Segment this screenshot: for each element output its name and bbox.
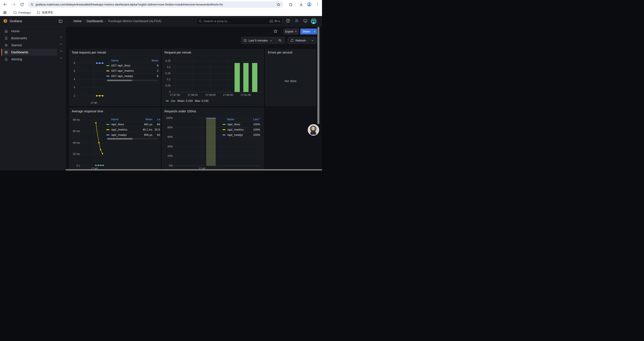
help-icon[interactable] <box>286 19 291 24</box>
forward-icon[interactable] <box>11 2 16 7</box>
series-name[interactable]: GET /api/_/livez <box>111 64 148 67</box>
series-swatch <box>106 76 110 77</box>
sidebar-item-dashboards[interactable]: Dashboards <box>1 49 57 56</box>
series-name[interactable]: 2xx <box>171 99 175 103</box>
legend-col-name[interactable]: Name <box>227 118 234 121</box>
panel-total-requests-per-minute[interactable]: Total requests per minute 6 5 4 3 2 17:4… <box>69 49 160 106</box>
share-menu-button[interactable] <box>312 29 317 35</box>
gridline <box>76 79 105 80</box>
sidebar-item-home[interactable]: Home <box>1 28 57 35</box>
url-text[interactable]: grafana.mathmast.com/d/deytv4rwavabkb/fr… <box>36 1 273 8</box>
legend-row[interactable]: /api/_/readyz 100% <box>221 132 261 137</box>
folder-icon <box>36 11 40 15</box>
sidebar-item-label: Alerting <box>11 58 22 61</box>
vertical-scrollbar[interactable] <box>318 27 319 124</box>
panel-title[interactable]: Request per minute <box>164 51 191 54</box>
y-tick: 20 ms <box>70 153 80 156</box>
legend-row[interactable]: GET /api/_/livez 6 <box>106 63 158 68</box>
chevron-down-icon[interactable] <box>60 43 62 46</box>
legend-scrollbar[interactable] <box>106 80 158 81</box>
y-tick: 0.15 <box>162 72 170 75</box>
legend-col-name[interactable]: Name <box>111 118 118 121</box>
scrollbar-thumb[interactable] <box>107 80 132 81</box>
refresh-icon[interactable] <box>290 39 294 42</box>
series-name[interactable]: GET /api/_/readyz <box>111 75 148 78</box>
extensions-icon[interactable] <box>288 2 293 7</box>
browser-menu-icon[interactable] <box>315 2 320 7</box>
refresh-interval-chevron-icon[interactable] <box>309 39 316 42</box>
chevron-down-icon <box>294 30 297 33</box>
sidebar-item-starred[interactable]: Starred <box>1 42 57 49</box>
sidebar-item-label: Bookmarks <box>11 37 27 40</box>
favorite-dashboard-star-icon[interactable] <box>273 29 278 33</box>
floating-assistant-avatar[interactable] <box>308 124 319 136</box>
legend-col-mean[interactable]: Mean <box>118 59 158 62</box>
legend-row[interactable]: /api/_/metrics 100% <box>221 127 261 132</box>
series-name[interactable]: /api/_/livez <box>227 123 250 126</box>
scrollbar-thumb[interactable] <box>107 138 132 140</box>
panel-request-per-minute[interactable]: Request per minute 0.25 0.2 0.15 0.1 0.0… <box>162 49 264 106</box>
series-name[interactable]: /api/_/metrics <box>111 128 140 131</box>
news-rss-icon[interactable] <box>294 19 300 24</box>
chevron-down-icon[interactable] <box>60 36 62 38</box>
bookmark-folder-freeleaps[interactable]: Freeleaps <box>13 10 31 15</box>
panel-title[interactable]: Errors per second <box>268 51 292 54</box>
series-name[interactable]: /api/_/readyz <box>111 133 140 137</box>
legend-row[interactable]: /api/_/readyz 605 µs 620 <box>106 132 160 137</box>
sidebar-item-alerting[interactable]: Alerting <box>1 56 57 63</box>
legend-col-last[interactable]: Last * <box>234 118 260 121</box>
breadcrumb-dashboards[interactable]: Dashboards <box>86 19 103 23</box>
user-avatar[interactable] <box>311 19 316 24</box>
legend-col-name[interactable]: Name <box>111 59 118 62</box>
panel-title[interactable]: Requests under 100ms <box>164 110 196 113</box>
y-tick: 0.1 <box>162 78 170 81</box>
address-bar[interactable]: grafana.mathmast.com/d/deytv4rwavabkb/fr… <box>28 1 283 8</box>
legend-row[interactable]: GET /api/_/metrics 2 <box>106 68 158 73</box>
x-tick: 17:40:00 <box>222 94 234 97</box>
series-mean: 6 <box>148 75 158 78</box>
reload-icon[interactable] <box>19 2 24 7</box>
search-input[interactable]: Search or jump to... ⌘+k <box>196 18 282 25</box>
panel-errors-per-second[interactable]: Errors per second No data <box>266 49 316 106</box>
legend-row[interactable]: /api/_/livez 661 µs 646 <box>106 122 160 127</box>
horizontal-scrollbar[interactable] <box>66 169 322 171</box>
series-name[interactable]: /api/_/metrics <box>227 128 250 131</box>
export-button[interactable]: Export <box>284 29 298 35</box>
legend-col-last[interactable]: Las <box>152 118 160 121</box>
legend-col-mean[interactable]: Mean <box>118 118 152 121</box>
series-name[interactable]: /api/_/readyz <box>227 133 250 137</box>
chevron-down-icon[interactable] <box>270 39 272 42</box>
series-name[interactable]: /api/_/livez <box>111 123 140 126</box>
breadcrumb-home[interactable]: Home <box>74 19 82 23</box>
panel-title[interactable]: Average response time <box>72 110 103 113</box>
panel-title[interactable]: Total requests per minute <box>72 51 106 54</box>
time-range-label[interactable]: Last 5 minutes <box>248 39 268 42</box>
legend-scrollbar[interactable] <box>106 138 158 140</box>
series-last: 20.5 r <box>152 128 160 131</box>
zoom-out-icon[interactable] <box>275 39 285 42</box>
legend-row[interactable]: GET /api/_/readyz 6 <box>106 73 158 79</box>
panel-requests-under-100ms[interactable]: Requests under 100ms 100% 80% 60% 40% 20… <box>162 108 264 171</box>
grafana-logo-icon[interactable] <box>3 19 8 24</box>
download-icon[interactable] <box>298 2 304 7</box>
back-icon[interactable] <box>3 2 8 7</box>
refresh-label[interactable]: Refresh <box>296 39 306 42</box>
sidebar-item-bookmarks[interactable]: Bookmarks <box>1 35 57 42</box>
brand-title[interactable]: Grafana <box>10 19 22 23</box>
series-name[interactable]: GET /api/_/metrics <box>111 69 148 72</box>
site-settings-icon[interactable] <box>30 3 34 6</box>
gridline-vertical <box>175 60 175 92</box>
kiosk-monitor-icon[interactable] <box>303 19 308 24</box>
bookmark-star-icon[interactable] <box>276 3 280 7</box>
apps-grid-icon[interactable] <box>2 10 8 15</box>
share-button[interactable]: Share <box>300 29 312 35</box>
chevron-down-icon[interactable] <box>60 50 62 53</box>
chevron-down-icon[interactable] <box>60 57 62 60</box>
y-tick: 60 ms <box>70 130 80 133</box>
legend-row[interactable]: /api/_/metrics 40.1 ms 20.5 r <box>106 127 160 132</box>
bookmark-folder-blogs[interactable]: 收藏博客 <box>36 10 53 15</box>
profile-icon[interactable] <box>307 2 312 7</box>
legend-row[interactable]: /api/_/livez 100% <box>221 122 261 127</box>
dock-menu-icon[interactable] <box>58 19 63 24</box>
panel-average-response-time[interactable]: Average response time 80 ms 60 ms 40 ms … <box>69 108 160 171</box>
